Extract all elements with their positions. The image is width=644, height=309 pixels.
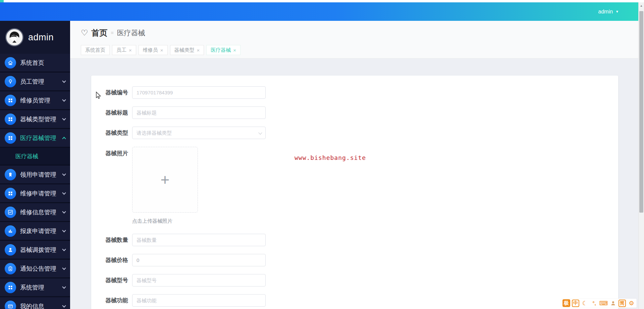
breadcrumb-current: 医疗器械 xyxy=(117,28,145,38)
form-row-device-function: 器械功能 xyxy=(96,294,618,307)
chevron-down-icon xyxy=(62,285,66,289)
tab-label: 器械类型 xyxy=(174,47,195,53)
device-function-input[interactable] xyxy=(132,294,266,307)
breadcrumb-home[interactable]: 首页 xyxy=(92,28,108,38)
sidebar-item-repair-info-mgmt[interactable]: 维修信息管理 xyxy=(0,203,70,221)
moon-icon[interactable]: ☾ xyxy=(581,299,589,307)
tab-label: 维修员 xyxy=(143,47,158,53)
device-type-select[interactable] xyxy=(132,127,266,139)
sidebar-item-label: 报废申请管理 xyxy=(20,227,63,235)
main-content: ♡ 首页 = 医疗器械 系统首页 员工 × 维修员 × 器械类型 xyxy=(70,21,638,309)
sidebar-item-repair-request-mgmt[interactable]: 维修申请管理 xyxy=(0,184,70,202)
form-card: 器械编号 器械标题 器械类型 器械照片 + 点 xyxy=(91,76,618,309)
sidebar-item-label: 系统首页 xyxy=(20,59,65,67)
sidebar-item-repairman-mgmt[interactable]: 维修员管理 xyxy=(0,91,70,109)
chevron-down-icon xyxy=(62,266,66,270)
tab-medical-device[interactable]: 医疗器械 × xyxy=(206,45,240,55)
field-label: 器械标题 xyxy=(96,109,128,117)
device-quantity-input[interactable] xyxy=(132,234,266,246)
id-card-icon xyxy=(5,301,16,309)
device-model-input[interactable] xyxy=(132,274,266,286)
device-type-select-input[interactable] xyxy=(132,127,266,139)
form-row-device-type: 器械类型 xyxy=(96,127,618,139)
scroll-up-arrow-icon[interactable]: ▲ xyxy=(639,2,644,8)
field-label: 器械类型 xyxy=(96,129,128,137)
sidebar-item-label: 器械类型管理 xyxy=(20,115,63,123)
device-number-input[interactable] xyxy=(132,86,266,99)
sidebar-item-label: 器械调拨管理 xyxy=(20,246,63,254)
grid-icon xyxy=(5,114,16,125)
scrollbar[interactable]: ▲ xyxy=(638,2,644,309)
sidebar-item-label: 通知公告管理 xyxy=(20,265,63,273)
chevron-down-icon xyxy=(62,304,66,307)
chevron-down-icon xyxy=(62,98,66,101)
sidebar-item-label: 医疗器械管理 xyxy=(20,134,63,142)
tab-bar: 系统首页 员工 × 维修员 × 器械类型 × 医疗器械 × xyxy=(81,45,240,55)
form-row-device-model: 器械型号 xyxy=(96,274,618,286)
ime-punctuation-icon[interactable]: °, xyxy=(590,299,598,307)
chevron-down-icon xyxy=(62,191,66,194)
grid-icon xyxy=(5,132,16,144)
form-row-device-quantity: 器械数量 xyxy=(96,234,618,246)
breadcrumb: ♡ 首页 = 医疗器械 xyxy=(81,28,145,38)
sidebar-subitem-medical-device[interactable]: 医疗器械 xyxy=(0,148,70,165)
scrollbar-thumb[interactable] xyxy=(639,11,643,213)
sidebar-item-system-mgmt[interactable]: 系统管理 xyxy=(0,278,70,296)
photo-upload-dropzone[interactable]: + xyxy=(132,147,198,213)
ime-logo-icon[interactable]: 极 xyxy=(562,299,570,307)
form-row-device-title: 器械标题 xyxy=(96,106,618,119)
sidebar-item-label: 维修员管理 xyxy=(20,96,63,104)
sidebar-item-employee-mgmt[interactable]: 员工管理 xyxy=(0,73,70,90)
sidebar-item-device-type-mgmt[interactable]: 器械类型管理 xyxy=(0,110,70,128)
sidebar-item-my-info[interactable]: 我的信息 xyxy=(0,297,70,309)
field-label: 器械功能 xyxy=(96,297,128,304)
sidebar-item-scrap-request-mgmt[interactable]: 报废申请管理 xyxy=(0,222,70,240)
tab-device-type[interactable]: 器械类型 × xyxy=(170,45,204,55)
ime-simplified-icon[interactable]: 简 xyxy=(619,300,626,307)
chevron-down-icon xyxy=(62,117,66,120)
chevron-down-icon xyxy=(62,79,66,83)
clipboard-icon xyxy=(5,263,16,274)
sidebar-item-requisition-mgmt[interactable]: 领用申请管理 xyxy=(0,166,70,183)
line-chart-icon xyxy=(5,207,16,218)
tab-system-home[interactable]: 系统首页 xyxy=(81,45,110,55)
field-label: 器械价格 xyxy=(96,256,128,264)
sidebar-profile: admin xyxy=(0,21,70,54)
ime-toolbar: 极 中 ☾ °, ⌨ 简 ⚙ xyxy=(561,299,637,308)
tab-repairman[interactable]: 维修员 × xyxy=(139,45,168,55)
close-icon[interactable]: × xyxy=(160,47,163,53)
breadcrumb-separator: = xyxy=(111,30,114,36)
top-navbar: admin ▼ xyxy=(0,2,644,21)
close-icon[interactable]: × xyxy=(197,47,200,53)
sidebar-item-label: 我的信息 xyxy=(20,302,63,309)
field-label: 器械数量 xyxy=(96,236,128,244)
chevron-down-icon xyxy=(62,247,66,251)
caret-down-icon: ▼ xyxy=(615,10,619,13)
heart-icon: ♡ xyxy=(81,28,88,38)
plus-icon: + xyxy=(161,172,170,187)
ime-chinese-mode-icon[interactable]: 中 xyxy=(572,300,579,307)
sidebar-subitem-label: 医疗器械 xyxy=(15,152,38,160)
chevron-down-icon xyxy=(62,172,66,176)
sidebar-item-device-transfer-mgmt[interactable]: 器械调拨管理 xyxy=(0,241,70,259)
tab-label: 员工 xyxy=(116,47,126,53)
sidebar-item-system-home[interactable]: 系统首页 xyxy=(0,54,70,72)
close-icon[interactable]: × xyxy=(233,47,236,53)
keyboard-icon[interactable]: ⌨ xyxy=(600,299,607,307)
gear-icon[interactable]: ⚙ xyxy=(628,299,635,307)
person-icon[interactable] xyxy=(609,299,617,307)
user-menu[interactable]: admin ▼ xyxy=(598,2,619,21)
tab-employee[interactable]: 员工 × xyxy=(112,45,136,55)
grid-round-icon xyxy=(5,282,16,293)
device-price-input[interactable] xyxy=(132,254,266,266)
sidebar-item-label: 员工管理 xyxy=(20,78,63,86)
sidebar-item-label: 维修信息管理 xyxy=(20,208,63,216)
device-title-input[interactable] xyxy=(132,106,266,119)
form-row-device-price: 器械价格 xyxy=(96,254,618,266)
close-icon[interactable]: × xyxy=(129,47,132,53)
profile-username: admin xyxy=(28,32,54,43)
tab-label: 系统首页 xyxy=(85,47,105,53)
sidebar-item-notice-mgmt[interactable]: 通知公告管理 xyxy=(0,260,70,277)
sidebar-item-medical-device-mgmt[interactable]: 医疗器械管理 xyxy=(0,129,70,147)
field-label: 器械照片 xyxy=(96,149,128,157)
